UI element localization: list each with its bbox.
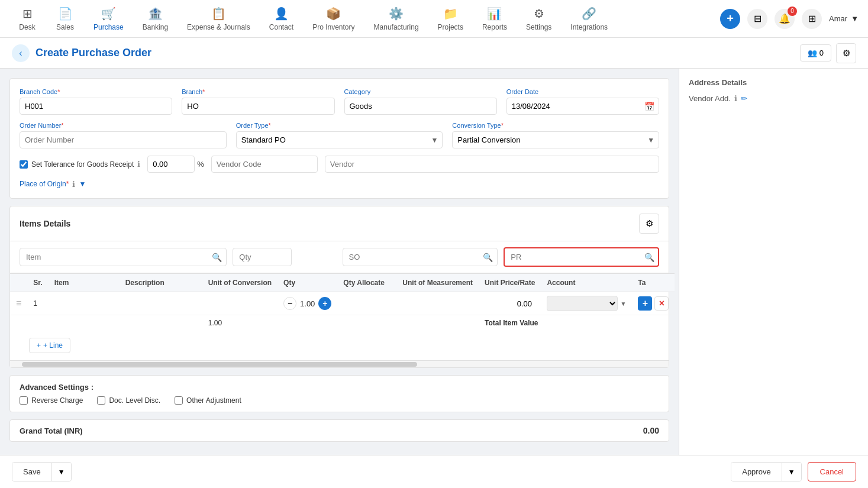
order-type-select-wrap: Standard PO Blanket PO ▼ — [236, 131, 443, 148]
row-add-button[interactable]: + — [638, 296, 652, 311]
vendor-code-input[interactable] — [211, 156, 318, 173]
pro-inventory-icon: 📦 — [326, 7, 341, 21]
category-input[interactable] — [344, 98, 497, 115]
row-qty-allocate-cell[interactable] — [337, 292, 396, 315]
tolerance-percent-symbol: % — [197, 160, 204, 169]
nav-settings[interactable]: ⚙ Settings — [518, 2, 560, 36]
calendar-icon[interactable]: 📅 — [644, 102, 654, 111]
row-item-input[interactable] — [54, 299, 114, 308]
row-sr-cell: 1 — [27, 292, 48, 315]
branch-input[interactable] — [182, 98, 334, 115]
nav-purchase[interactable]: 🛒 Purchase — [85, 2, 132, 36]
nav-manufacturing[interactable]: ⚙️ Manufacturing — [366, 2, 427, 36]
horizontal-scrollbar[interactable] — [10, 360, 669, 367]
conversion-type-select[interactable]: Partial Conversion Full Conversion None — [452, 131, 659, 148]
so-search-input[interactable] — [343, 248, 498, 266]
nav-projects[interactable]: 📁 Projects — [430, 2, 472, 36]
doc-level-disc-checkbox[interactable] — [97, 396, 105, 405]
right-panel: Address Details Vendor Add. ℹ ✏ OPTIONS — [679, 69, 868, 488]
row-description-input[interactable] — [125, 299, 196, 308]
items-settings-button[interactable]: ⚙ — [639, 214, 659, 234]
nav-expense[interactable]: 📋 Expense & Journals — [179, 2, 259, 36]
pr-search-input[interactable] — [504, 247, 659, 267]
col-unit-measurement: Unit of Measurement — [396, 274, 479, 292]
place-dropdown-button[interactable]: ▼ — [79, 180, 86, 188]
nav-sales[interactable]: 📄 Sales — [47, 2, 83, 36]
qty-search-input[interactable] — [233, 248, 292, 266]
nav-desk[interactable]: ⊞ Desk — [9, 2, 45, 36]
grid-button[interactable]: ⊞ — [802, 9, 822, 29]
save-dropdown-button[interactable]: ▼ — [51, 463, 71, 481]
row-actions: + × — [638, 296, 669, 311]
pr-search-wrap: 🔍 — [504, 247, 659, 267]
nav-reports-label: Reports — [482, 23, 507, 31]
row-unit-measurement-cell[interactable] — [396, 292, 479, 315]
settings-gear-button[interactable]: ⚙ — [836, 43, 856, 63]
order-type-select[interactable]: Standard PO Blanket PO — [236, 131, 443, 148]
add-line-button[interactable]: + + Line — [29, 338, 70, 353]
row-drag-handle[interactable]: ≡ — [16, 298, 21, 308]
order-date-input[interactable] — [506, 98, 659, 115]
user-count-button[interactable]: 👥 0 — [800, 44, 831, 62]
order-number-input[interactable] — [20, 131, 227, 148]
col-unit-price: Unit Price/Rate — [479, 274, 541, 292]
tolerance-checkbox-label[interactable]: Set Tolerance for Goods Receipt ℹ — [20, 160, 140, 169]
so-search-icon[interactable]: 🔍 — [483, 253, 493, 262]
row-unit-price-input[interactable] — [485, 299, 532, 308]
nav-integrations[interactable]: 🔗 Integrations — [562, 2, 616, 36]
row-unit-conversion-cell[interactable] — [202, 292, 277, 315]
nav-contact[interactable]: 👤 Contact — [261, 2, 302, 36]
tolerance-value-input[interactable] — [147, 156, 195, 173]
reverse-charge-label[interactable]: Reverse Charge — [20, 396, 83, 405]
col-qty-allocate: Qty Allocate — [337, 274, 396, 292]
item-search-input[interactable] — [20, 248, 227, 266]
save-main-button[interactable]: Save — [12, 463, 51, 481]
row-delete-button[interactable]: × — [654, 296, 669, 311]
row-qty-allocate-input[interactable] — [343, 299, 391, 308]
layout-button[interactable]: ⊟ — [747, 9, 767, 29]
tolerance-info-icon[interactable]: ℹ — [137, 160, 140, 169]
user-area[interactable]: Amar ▼ — [829, 14, 859, 23]
row-account-cell: ▼ — [541, 292, 632, 315]
other-adjustment-label[interactable]: Other Adjustment — [175, 396, 241, 405]
other-adjustment-text: Other Adjustment — [186, 396, 241, 405]
row-item-cell[interactable] — [49, 292, 120, 315]
pr-search-icon[interactable]: 🔍 — [644, 253, 654, 262]
category-label: Category — [344, 88, 497, 95]
vendor-input[interactable] — [325, 156, 659, 173]
item-search-icon[interactable]: 🔍 — [212, 253, 222, 262]
nav-right: + ⊟ 🔔 0 ⊞ Amar ▼ — [720, 9, 859, 29]
other-adjustment-checkbox[interactable] — [175, 396, 183, 405]
back-button[interactable]: ‹ — [12, 44, 30, 62]
total-qty-value: 1.00 — [208, 319, 222, 327]
tolerance-checkbox[interactable] — [20, 160, 28, 169]
branch-code-input[interactable] — [20, 98, 172, 115]
qty-minus-button[interactable]: − — [283, 297, 296, 310]
place-info-icon[interactable]: ℹ — [72, 180, 75, 189]
row-unit-conversion-input[interactable] — [208, 299, 256, 308]
vendor-add-info-icon[interactable]: ℹ — [734, 94, 737, 103]
doc-level-disc-text: Doc. Level Disc. — [109, 396, 160, 405]
row-account-select[interactable] — [547, 296, 618, 311]
form-area: Branch Code* Branch* Category Order Date… — [0, 69, 679, 488]
row-description-cell[interactable] — [120, 292, 202, 315]
qty-plus-button[interactable]: + — [318, 297, 331, 310]
approve-main-button[interactable]: Approve — [731, 463, 781, 481]
nav-banking[interactable]: 🏦 Banking — [134, 2, 176, 36]
col-item: Item — [49, 274, 120, 292]
row-unit-measurement-input[interactable] — [402, 299, 450, 308]
nav-pro-inventory[interactable]: 📦 Pro Inventory — [304, 2, 363, 36]
form-section: Branch Code* Branch* Category Order Date… — [9, 78, 669, 199]
address-details-title: Address Details — [689, 78, 859, 87]
cancel-button[interactable]: Cancel — [808, 462, 856, 481]
add-new-button[interactable]: + — [720, 9, 740, 29]
order-date-label: Order Date — [506, 88, 659, 95]
nav-banking-label: Banking — [143, 23, 168, 31]
approve-dropdown-button[interactable]: ▼ — [782, 463, 801, 481]
vendor-add-edit-icon[interactable]: ✏ — [741, 94, 747, 103]
nav-reports[interactable]: 📊 Reports — [474, 2, 515, 36]
nav-projects-label: Projects — [438, 23, 463, 31]
reverse-charge-checkbox[interactable] — [20, 396, 28, 405]
order-number-group: Order Number* — [20, 122, 227, 148]
doc-level-disc-label[interactable]: Doc. Level Disc. — [97, 396, 160, 405]
